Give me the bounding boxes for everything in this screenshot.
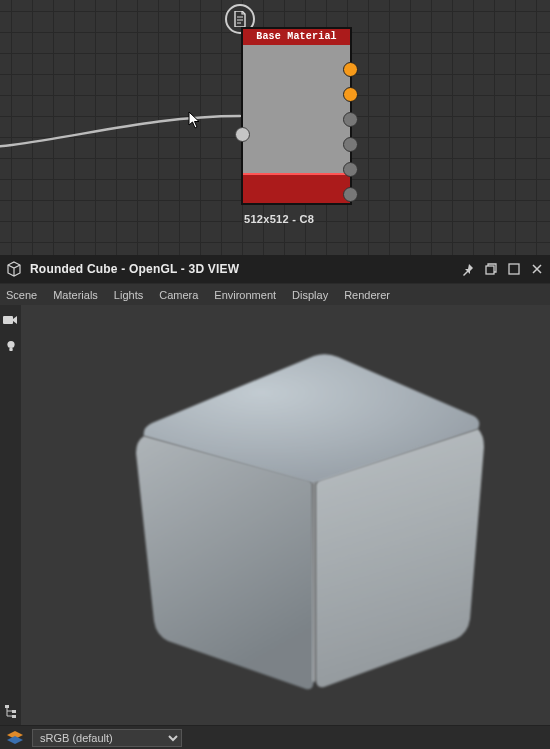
viewport[interactable] <box>0 305 550 725</box>
node-output-port[interactable] <box>343 87 358 102</box>
svg-rect-7 <box>9 348 12 351</box>
menu-camera[interactable]: Camera <box>159 289 198 301</box>
svg-point-6 <box>7 341 14 348</box>
viewport-toolbar <box>0 305 21 725</box>
maximize-icon[interactable] <box>507 262 521 276</box>
svg-rect-3 <box>486 266 494 274</box>
light-tool-icon[interactable] <box>3 338 19 354</box>
node-output-port[interactable] <box>343 112 358 127</box>
node-wire <box>0 50 260 170</box>
rendered-cube <box>22 305 550 725</box>
node-output-port[interactable] <box>343 162 358 177</box>
hierarchy-tool-icon[interactable] <box>3 703 19 719</box>
svg-rect-5 <box>3 316 13 324</box>
svg-rect-9 <box>12 710 16 713</box>
layers-icon[interactable] <box>6 731 24 745</box>
node-output-port[interactable] <box>343 137 358 152</box>
material-node[interactable]: Base Material <box>241 27 352 205</box>
menu-display[interactable]: Display <box>292 289 328 301</box>
camera-tool-icon[interactable] <box>3 312 19 328</box>
menu-lights[interactable]: Lights <box>114 289 143 301</box>
node-caption: 512x512 - C8 <box>244 213 314 225</box>
view-menubar: Scene Materials Lights Camera Environmen… <box>0 283 550 305</box>
close-icon[interactable] <box>530 262 544 276</box>
node-output-port[interactable] <box>343 62 358 77</box>
restore-icon[interactable] <box>484 262 498 276</box>
node-output-port[interactable] <box>343 187 358 202</box>
node-title: Base Material <box>243 29 350 45</box>
menu-environment[interactable]: Environment <box>214 289 276 301</box>
node-editor-panel[interactable]: Base Material 512x512 - C8 <box>0 0 550 255</box>
menu-renderer[interactable]: Renderer <box>344 289 390 301</box>
svg-rect-10 <box>12 715 16 718</box>
menu-materials[interactable]: Materials <box>53 289 98 301</box>
cube-icon <box>6 261 22 277</box>
3d-view-panel: Rounded Cube - OpenGL - 3D VIEW Scene Ma… <box>0 255 550 749</box>
svg-rect-8 <box>5 705 9 708</box>
mouse-cursor-icon <box>188 111 202 129</box>
menu-scene[interactable]: Scene <box>6 289 37 301</box>
colorspace-select[interactable]: sRGB (default) <box>32 729 182 747</box>
view-titlebar: Rounded Cube - OpenGL - 3D VIEW <box>0 255 550 283</box>
svg-rect-4 <box>509 264 519 274</box>
node-footer <box>243 175 350 203</box>
node-input-port[interactable] <box>235 127 250 142</box>
statusbar: sRGB (default) <box>0 725 550 749</box>
node-body <box>243 45 350 173</box>
pin-icon[interactable] <box>461 262 475 276</box>
view-title: Rounded Cube - OpenGL - 3D VIEW <box>30 262 453 276</box>
